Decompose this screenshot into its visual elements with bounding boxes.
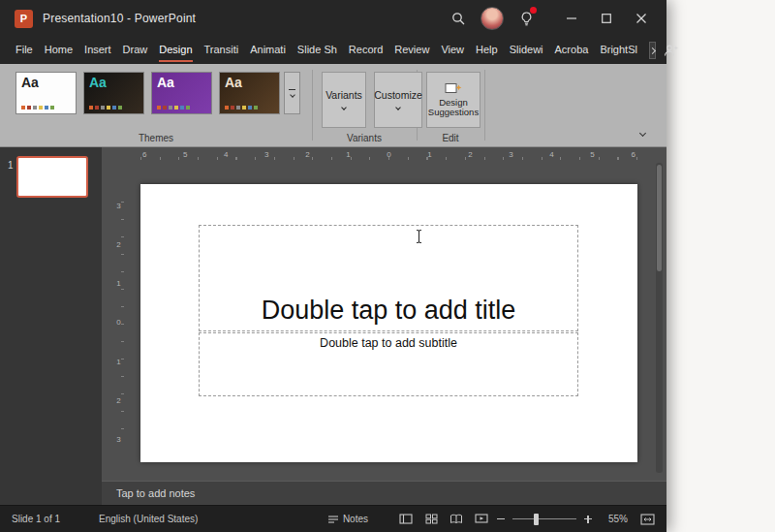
slide-sorter-view-button[interactable]	[420, 510, 442, 529]
ruler-number: 5	[590, 150, 594, 159]
tab-transitions[interactable]: Transiti	[199, 37, 245, 64]
variants-button-label: Variants	[326, 90, 362, 102]
ruler-number: 3	[116, 435, 120, 444]
tab-insert[interactable]: Insert	[78, 37, 117, 64]
vertical-ruler: 3 2 1 0 1 2 3	[113, 202, 124, 444]
ruler-number: 3	[116, 202, 120, 210]
maximize-button[interactable]	[589, 0, 624, 37]
notes-icon	[327, 515, 339, 524]
notes-pane[interactable]: Tap to add notes	[102, 481, 666, 505]
design-suggestions-icon	[445, 82, 462, 95]
scrollbar-thumb[interactable]	[657, 165, 662, 271]
zoom-slider[interactable]	[512, 510, 576, 529]
theme-thumbnail-dark[interactable]: Aa	[83, 72, 144, 114]
chevron-down-icon	[290, 92, 295, 98]
variants-button[interactable]: Variants	[322, 72, 366, 128]
group-label-variants: Variants	[312, 133, 417, 143]
subtitle-placeholder-text: Double tap to add subtitle	[320, 336, 457, 395]
slide-canvas[interactable]: Double tap to add title Double tap to ad…	[140, 184, 637, 462]
vertical-scrollbar[interactable]	[656, 163, 663, 473]
reading-view-button[interactable]	[446, 510, 467, 529]
fit-slide-to-window-button[interactable]	[637, 510, 657, 529]
tab-view[interactable]: View	[435, 37, 470, 64]
tab-home[interactable]: Home	[39, 37, 78, 64]
tab-animations[interactable]: Animati	[244, 37, 292, 64]
titlebar-actions	[444, 0, 659, 37]
tab-acrobat[interactable]: Acroba	[549, 37, 595, 64]
zoom-slider-track	[512, 518, 576, 519]
collapse-ribbon-icon[interactable]	[640, 122, 645, 140]
customize-button-label: Customize	[374, 90, 422, 102]
theme-color-dots	[21, 106, 54, 110]
fit-to-window-icon	[640, 514, 655, 525]
theme-sample-text: Aa	[89, 75, 107, 90]
tab-draw[interactable]: Draw	[117, 37, 154, 64]
slide-thumbnail-panel: 1	[0, 147, 102, 505]
window-controls	[554, 0, 659, 37]
ruler-number: 4	[224, 150, 228, 159]
search-icon[interactable]	[444, 0, 473, 37]
theme-sample-text: Aa	[21, 75, 39, 90]
tab-slidewise[interactable]: Slidewi	[504, 37, 549, 64]
share-icon[interactable]	[664, 37, 678, 64]
slide-indicator: Slide 1 of 1	[12, 514, 60, 524]
notifications-lightbulb-icon[interactable]	[512, 0, 541, 37]
ruler-number: 6	[142, 150, 146, 159]
ruler-number: 2	[116, 396, 120, 405]
window-title: Presentation10 - PowerPoint	[43, 12, 196, 25]
zoom-level[interactable]: 55%	[599, 514, 628, 524]
normal-view-icon	[399, 514, 413, 524]
theme-thumbnail-office[interactable]: Aa	[16, 72, 77, 114]
title-bar: P Presentation10 - PowerPoint	[0, 0, 666, 37]
tab-record[interactable]: Record	[343, 37, 388, 64]
ruler-number: 3	[509, 150, 512, 159]
reading-view-icon	[450, 514, 463, 524]
theme-color-dots	[89, 106, 122, 110]
user-avatar[interactable]	[480, 7, 504, 30]
ruler-number: 3	[264, 150, 268, 159]
group-label-themes: Themes	[0, 133, 312, 143]
tab-slide-show[interactable]: Slide Sh	[292, 37, 343, 64]
tab-file[interactable]: File	[10, 37, 39, 64]
slide-thumbnail[interactable]	[16, 156, 88, 198]
powerpoint-app-icon: P	[15, 10, 33, 28]
zoom-out-button[interactable]	[494, 510, 508, 529]
notes-toggle-button[interactable]: Notes	[327, 514, 368, 524]
statusbar-right: Notes 55%	[327, 510, 657, 529]
zoom-in-button[interactable]	[581, 510, 595, 529]
ruler-number: 5	[183, 150, 187, 159]
customize-button[interactable]: Customize	[374, 72, 422, 128]
chevron-down-icon	[639, 130, 646, 137]
themes-gallery-more-button[interactable]	[284, 72, 300, 114]
design-suggestions-button[interactable]: Design Suggestions	[426, 72, 480, 128]
tab-brightslide[interactable]: BrightSl	[594, 37, 643, 64]
close-button[interactable]	[624, 0, 659, 37]
ruler-number: 0	[116, 318, 120, 327]
zoom-slider-handle[interactable]	[534, 514, 539, 525]
ruler-number: 2	[116, 240, 120, 249]
tab-help[interactable]: Help	[470, 37, 504, 64]
ribbon: Aa Aa Aa Aa Variants Cus	[0, 64, 666, 147]
ribbon-group-separator	[312, 70, 313, 141]
theme-thumbnail-brown[interactable]: Aa	[219, 72, 280, 114]
subtitle-placeholder[interactable]: Double tap to add subtitle	[199, 332, 578, 396]
tab-review[interactable]: Review	[388, 37, 435, 64]
editor-column: 6 5 4 3 2 1 0 1 2 3 4 5 6 3 2 1	[102, 147, 666, 505]
slide-thumbnail-number: 1	[8, 160, 14, 171]
language-status[interactable]: English (United States)	[99, 514, 198, 524]
tab-design[interactable]: Design	[153, 37, 198, 64]
minimize-button[interactable]	[554, 0, 589, 37]
title-placeholder[interactable]: Double tap to add title	[199, 225, 578, 331]
ruler-number: 1	[346, 150, 350, 159]
chevron-right-icon	[649, 47, 656, 53]
more-tabs-button[interactable]	[649, 42, 656, 59]
normal-view-button[interactable]	[395, 510, 417, 529]
ribbon-group-separator	[484, 70, 485, 141]
slideshow-view-button[interactable]	[471, 510, 492, 529]
ribbon-tab-bar: File Home Insert Draw Design Transiti An…	[0, 37, 666, 64]
theme-sample-text: Aa	[225, 75, 242, 90]
theme-thumbnail-purple[interactable]: Aa	[151, 72, 212, 114]
ruler-number: 4	[549, 150, 553, 159]
slide-sorter-icon	[425, 514, 438, 524]
slideshow-icon	[475, 514, 488, 524]
